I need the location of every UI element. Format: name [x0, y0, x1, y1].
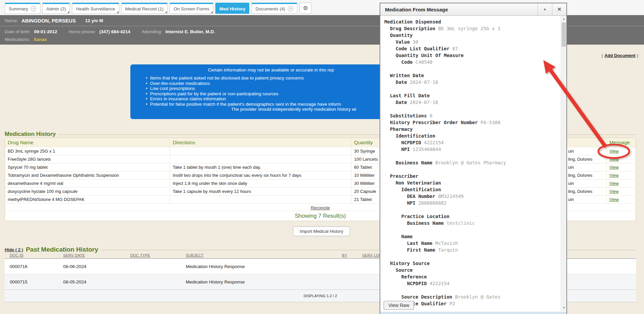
drug-name-cell: doxycycline hyclate 100 mg capsule [5, 188, 170, 195]
attending-label: Attending: [142, 29, 162, 34]
serv-date-header[interactable]: SERV DATE [63, 253, 85, 257]
tab-label: On Screen Forms [174, 6, 210, 11]
add-document-container: |Add Document| [600, 53, 640, 58]
dob-value: 09-01-2012 [34, 29, 57, 34]
directions-cell [170, 155, 351, 163]
name-label: Name: [5, 18, 18, 23]
dropdown-fold-icon [67, 11, 69, 13]
view-message-link[interactable]: View [609, 189, 619, 194]
add-document-link[interactable]: Add Document [604, 53, 635, 58]
message-cell: View [607, 155, 636, 163]
message-cell: View [607, 163, 636, 171]
tab-admin-2[interactable]: Admin (2) [42, 3, 70, 14]
tab-label: Admin (2) [46, 6, 66, 11]
view-message-link[interactable]: View [609, 197, 619, 202]
view-message-link[interactable]: View [609, 181, 619, 186]
modal-header: Medication From Message ▼ ✕ [380, 3, 566, 16]
modal-text: Medication Dispensed Drug Description BD… [384, 18, 506, 307]
notice-bullet: Errors in insurance claims information [146, 96, 341, 102]
modal-menu-button[interactable]: ▼ [538, 3, 552, 15]
subject-cell: Medication History Response [183, 264, 339, 269]
view-raw-button[interactable]: View Raw [384, 301, 414, 310]
close-icon: ✕ [557, 6, 562, 12]
directions-cell: Instill two drops into the conjunctival … [170, 171, 351, 179]
doc-type-header[interactable]: DOC TYPE [130, 253, 150, 257]
notice-bullet: Low cost prescriptions [146, 86, 341, 91]
chevron-down-icon: ▼ [543, 8, 547, 11]
by-header[interactable]: BY [342, 253, 347, 257]
doc-id-cell: 0000715 [5, 279, 60, 284]
doc-id-cell: 0000716 [5, 264, 60, 269]
medication-from-message-modal: Medication From Message ▼ ✕ Medication D… [380, 3, 567, 314]
modal-body: Medication Dispensed Drug Description BD… [380, 16, 566, 314]
tab-med-history[interactable]: Med History [215, 3, 249, 14]
tab-label: Medical Record (1) [125, 6, 164, 11]
message-cell: View [607, 147, 636, 155]
doc-id-header[interactable]: DOC ID [10, 253, 24, 257]
scroll-down-icon[interactable]: ▼ [561, 305, 566, 311]
drug-name-cell: BD 3mL syringe 25G x 1 [5, 147, 170, 155]
gear-icon: ⚙ [303, 5, 308, 12]
hide-link[interactable]: Hide ( 2 ) [5, 247, 23, 252]
drug-name-cell: Tobramycin and Dexamethasone Ophthalmic … [5, 171, 170, 179]
dropdown-fold-icon [211, 11, 213, 13]
subject-header[interactable]: SUBJECT [186, 253, 204, 257]
modal-bottom-strip [380, 312, 566, 314]
settings-gear-button[interactable]: ⚙ [299, 3, 312, 14]
drug-name-cell: methylPREDNISolone 4 MG DOSEPAK [5, 196, 170, 203]
view-message-link[interactable]: View [609, 165, 619, 170]
drug-name-cell: dexamethasone 4 mg/ml vial [5, 179, 170, 187]
notice-bullet: Potential for false positive match if th… [146, 102, 341, 107]
reconcile-link[interactable]: Reconcile [311, 205, 330, 210]
tab-summary[interactable]: Summary ↗ [5, 3, 40, 14]
tab-medical-record-1[interactable]: Medical Record (1) [121, 3, 168, 14]
directions-cell: Inject 1.8 mg under the skin once daily [170, 179, 351, 187]
scroll-up-icon[interactable]: ▲ [561, 16, 566, 22]
directions-cell [170, 147, 351, 155]
directions-cell [170, 196, 351, 203]
view-message-link[interactable]: View [609, 149, 619, 154]
popout-icon[interactable]: ↗ [31, 6, 36, 11]
tab-documents-4[interactable]: Documents (4) ↗ [251, 3, 297, 14]
drug-name-cell: FreeStyle 28G lancets [5, 155, 170, 163]
modal-close-button[interactable]: ✕ [552, 3, 566, 15]
displaying-text: DISPLAYING 1-2 / 2 [304, 294, 337, 298]
tab-health-surveillance[interactable]: Health Surveillance [72, 3, 119, 14]
view-message-link[interactable]: View [609, 157, 619, 162]
notice-bullet: Over-the-counter medications [146, 81, 341, 86]
tab-label: Health Surveillance [76, 6, 115, 11]
view-message-link[interactable]: View [609, 173, 619, 178]
drug-name-header: Drug Name [5, 138, 170, 147]
notice-footer: The provider should independently verify… [231, 107, 356, 112]
patient-age-sex: 12 y/o M [85, 18, 103, 23]
serv-loc-header[interactable]: SERV LOC [362, 253, 382, 257]
tab-on-screen-forms[interactable]: On Screen Forms [170, 3, 214, 14]
attending-value: Internist E. Butler, M.D. [166, 29, 215, 34]
medications-value[interactable]: Xanax [34, 37, 47, 42]
modal-scrollbar[interactable]: ▲ ▼ [561, 16, 566, 311]
medications-label: Medications: [5, 37, 30, 42]
tab-label: Med History [219, 6, 245, 11]
scrollbar-thumb[interactable] [562, 22, 566, 47]
message-cell: View [607, 179, 636, 187]
phone-value: (347) 684-4214 [99, 29, 130, 34]
directions-cell: Take 1 tablet by mouth 1 (one) time each… [170, 163, 351, 171]
popout-icon[interactable]: ↗ [288, 6, 293, 11]
drug-name-cell: Sprycel 70 mg tablet [5, 163, 170, 171]
modal-title: Medication From Message [380, 7, 538, 12]
directions-header: Directions [170, 138, 351, 147]
notice-title: Certain information may not be available… [208, 67, 334, 72]
serv-date-cell: 08-05-2024 [60, 279, 128, 284]
message-header: Message [607, 138, 636, 147]
message-cell: View [607, 196, 636, 203]
dropdown-fold-icon [165, 11, 167, 13]
notice-bullet: Prescriptions paid for by the patient or… [146, 91, 341, 97]
phone-label: Home phone: [69, 29, 96, 34]
tab-label: Documents (4) [255, 6, 285, 11]
tab-bar: Summary ↗ Admin (2) Health Surveillance … [5, 3, 297, 14]
notice-bullets: Items that the patient asked not be disc… [146, 75, 341, 107]
import-medical-history-button[interactable]: Import Medical History [293, 226, 350, 236]
tab-label: Summary [9, 6, 28, 11]
dob-label: Date of birth: [5, 29, 31, 34]
medication-history-title: Medication History [5, 131, 56, 138]
